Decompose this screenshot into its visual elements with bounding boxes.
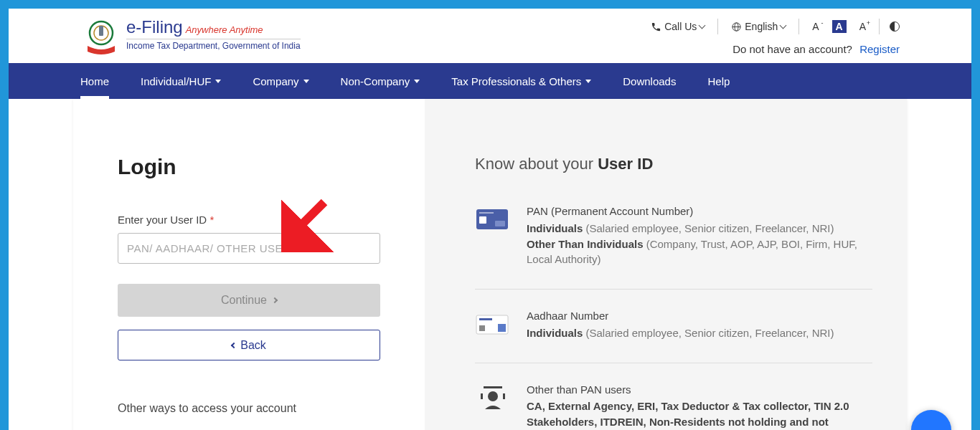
nav-downloads[interactable]: Downloads [623,63,676,99]
other-ways-label: Other ways to access your account [118,402,380,415]
back-button[interactable]: Back [118,330,380,360]
chevron-down-icon [303,80,309,83]
svg-rect-13 [498,324,506,332]
aadhaar-card-icon [475,311,511,340]
font-decrease-button[interactable]: A [809,21,821,32]
nav-individual[interactable]: Individual/HUF [141,63,221,99]
svg-rect-12 [479,325,485,331]
pan-card-icon [475,206,511,235]
nav-company[interactable]: Company [253,63,308,99]
info-row-other: Other than PAN users CA, External Agency… [475,382,872,431]
logo-tagline: Anywhere Anytime [186,24,263,35]
svg-rect-11 [479,318,492,320]
logo-main: e-Filing [126,17,183,37]
chat-fab-button[interactable] [911,410,951,431]
nav-home[interactable]: Home [80,63,109,99]
svg-rect-2 [99,26,103,36]
login-title: Login [118,155,380,179]
font-increase-button[interactable]: A [857,21,869,32]
contrast-icon[interactable] [890,22,900,32]
info-panel: Know about your User ID PAN (Permanent A… [425,99,907,430]
continue-button[interactable]: Continue [118,284,380,317]
call-us-label: Call Us [664,21,697,32]
language-button[interactable]: English [728,21,788,32]
svg-rect-16 [481,393,483,399]
nav-noncompany[interactable]: Non-Company [341,63,420,99]
userid-label: Enter your User ID * [118,214,380,226]
svg-rect-15 [484,386,502,388]
info-row-pan: PAN (Permanent Account Number) Individua… [475,204,872,290]
register-prompt: Do not have an account? Register [732,43,900,55]
svg-rect-9 [479,212,494,214]
header-tools: Call Us English A A A [648,19,900,34]
logo-text: e-Filing Anywhere Anytime Income Tax Dep… [126,17,301,51]
login-panel: Login Enter your User ID * Continue Back… [73,99,425,430]
svg-rect-17 [503,393,505,399]
chevron-down-icon [414,80,420,83]
other-users-icon [475,385,511,414]
info-row-aadhaar: Aadhaar Number Individuals (Salaried emp… [475,308,872,363]
svg-rect-7 [479,216,486,224]
chevron-left-icon [231,342,237,348]
logo-emblem-icon [80,17,122,59]
chevron-right-icon [272,297,278,303]
userid-input[interactable] [118,233,380,264]
chevron-down-icon [585,80,591,83]
logo[interactable]: e-Filing Anywhere Anytime Income Tax Dep… [80,14,301,59]
register-link[interactable]: Register [859,43,900,55]
chevron-down-icon [699,22,706,29]
svg-point-14 [488,391,498,401]
header: e-Filing Anywhere Anytime Income Tax Dep… [9,9,971,63]
main-nav: Home Individual/HUF Company Non-Company … [9,63,971,99]
nav-taxpro[interactable]: Tax Professionals & Others [451,63,591,99]
main-content: Login Enter your User ID * Continue Back… [73,99,907,430]
chevron-down-icon [215,80,221,83]
chevron-down-icon [780,22,787,29]
language-label: English [745,21,778,32]
logo-subtitle: Income Tax Department, Government of Ind… [126,39,301,51]
info-title: Know about your User ID [475,155,872,173]
globe-icon [731,22,742,32]
font-normal-button[interactable]: A [832,20,847,33]
svg-rect-8 [495,221,505,226]
call-us-button[interactable]: Call Us [648,21,707,32]
nav-help[interactable]: Help [707,63,730,99]
phone-icon [651,22,661,32]
